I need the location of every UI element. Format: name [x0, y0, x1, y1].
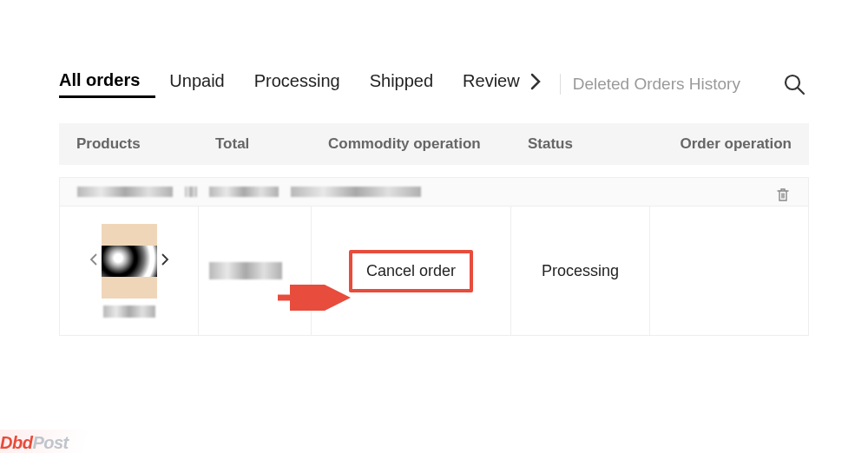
order-body: Cancel order Processing	[60, 207, 808, 335]
header-commodity-operation: Commodity operation	[328, 135, 528, 153]
cell-products	[60, 207, 199, 335]
cancel-order-button[interactable]: Cancel order	[366, 262, 456, 280]
svg-line-1	[798, 88, 804, 94]
watermark-part1: Dbd	[0, 433, 32, 453]
tab-all-orders[interactable]: All orders	[59, 70, 155, 98]
tab-unpaid[interactable]: Unpaid	[169, 71, 240, 98]
status-text: Processing	[542, 262, 619, 280]
order-meta-bar	[60, 178, 808, 207]
product-thumbnail[interactable]	[102, 224, 157, 299]
header-products: Products	[76, 135, 215, 153]
cell-order-operation	[650, 207, 808, 335]
redacted-text	[185, 187, 197, 197]
redacted-text	[103, 305, 155, 318]
tabs-row: All orders Unpaid Processing Shipped Rev…	[59, 69, 809, 99]
order-row: Cancel order Processing	[59, 177, 809, 336]
tabs-scroll-right-icon[interactable]	[523, 73, 548, 95]
highlight-box: Cancel order	[349, 250, 473, 292]
divider	[560, 74, 561, 95]
header-order-operation: Order operation	[667, 135, 792, 153]
tab-review[interactable]: Review	[463, 71, 520, 98]
table-header: Products Total Commodity operation Statu…	[59, 123, 809, 165]
redacted-text	[209, 187, 279, 197]
cell-commodity-operation: Cancel order	[312, 207, 511, 335]
tab-shipped[interactable]: Shipped	[370, 71, 449, 98]
redacted-text	[291, 187, 421, 197]
header-status: Status	[528, 135, 667, 153]
redacted-text	[77, 187, 173, 197]
cell-total	[199, 207, 312, 335]
orders-page: All orders Unpaid Processing Shipped Rev…	[0, 0, 868, 336]
trash-icon[interactable]	[775, 187, 791, 206]
thumb-next-icon[interactable]	[157, 253, 173, 270]
watermark-part2: Post	[32, 433, 68, 453]
thumb-prev-icon[interactable]	[86, 253, 102, 270]
header-total: Total	[215, 135, 328, 153]
cell-status: Processing	[511, 207, 650, 335]
redacted-text	[209, 262, 282, 279]
deleted-orders-history-link[interactable]: Deleted Orders History	[573, 75, 740, 94]
watermark: DbdPost	[0, 433, 69, 453]
search-icon[interactable]	[779, 69, 809, 99]
tab-processing[interactable]: Processing	[254, 71, 356, 98]
